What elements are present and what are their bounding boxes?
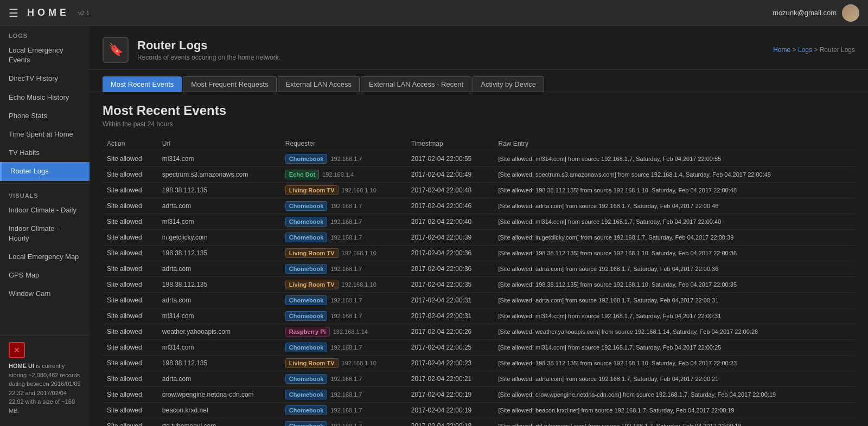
cell-requester: Chomebook192.168.1.7	[281, 214, 407, 230]
cell-raw: [Site allowed: rtd.tubemogul.com] from s…	[494, 418, 855, 427]
cell-url: weather.yahooapis.com	[158, 324, 281, 340]
table-row: Site allowedadrta.comChomebook192.168.1.…	[103, 293, 855, 308]
cell-requester: Chomebook192.168.1.7	[281, 198, 407, 214]
device-badge: Chomebook	[285, 390, 328, 399]
cell-requester: Living Room TV192.168.1.10	[281, 183, 407, 198]
cell-requester: Living Room TV192.168.1.10	[281, 356, 407, 371]
requester-ip: 192.168.1.7	[330, 297, 362, 304]
cell-raw: [Site allowed: adrta.com] from source 19…	[494, 371, 855, 387]
cell-raw: [Site allowed: ml314.com] from source 19…	[494, 308, 855, 324]
hamburger-menu[interactable]: ☰	[9, 7, 18, 20]
cell-requester: Chomebook192.168.1.7	[281, 230, 407, 246]
cell-url: adrta.com	[158, 371, 281, 387]
breadcrumb: Home > Logs > Router Logs	[773, 46, 855, 54]
table-row: Site allowedweather.yahooapis.comRaspber…	[103, 324, 855, 340]
requester-ip: 192.168.1.7	[330, 203, 362, 209]
sidebar-section-visuals: Visuals	[0, 186, 90, 201]
device-badge: Raspberry Pi	[285, 327, 330, 337]
cell-url: 198.38.112.135	[158, 356, 281, 371]
cell-action: Site allowed	[103, 214, 158, 230]
col-action: Action	[103, 137, 158, 151]
cell-timestamp: 2017-02-04 22:00:35	[407, 277, 494, 293]
sidebar-item-phone-stats[interactable]: Phone Stats	[0, 107, 90, 125]
requester-ip: 192.168.1.10	[342, 360, 376, 366]
table-row: Site allowed198.38.112.135Living Room TV…	[103, 246, 855, 261]
table-row: Site allowed198.38.112.135Living Room TV…	[103, 277, 855, 293]
table-row: Site allowedml314.comChomebook192.168.1.…	[103, 151, 855, 167]
requester-ip: 192.168.1.7	[330, 391, 362, 398]
sidebar-item-router-logs[interactable]: Router Logs	[0, 162, 90, 180]
breadcrumb-logs[interactable]: Logs	[798, 46, 812, 54]
sidebar-item-local-emergency[interactable]: Local Emergency Events	[0, 41, 90, 69]
col-url: Url	[158, 137, 281, 151]
cell-raw: [Site allowed: adrta.com] from source 19…	[494, 293, 855, 308]
table-body: Site allowedml314.comChomebook192.168.1.…	[103, 151, 855, 427]
sidebar-item-indoor-climate-hourly[interactable]: Indoor Climate - Hourly	[0, 220, 90, 248]
cell-url: adrta.com	[158, 293, 281, 308]
sidebar-item-gps-map[interactable]: GPS Map	[0, 266, 90, 285]
avatar[interactable]	[842, 4, 859, 22]
main-content: 🔖 Router Logs Records of events occuring…	[90, 26, 868, 426]
requester-ip: 192.168.1.7	[330, 376, 362, 382]
cell-action: Site allowed	[103, 261, 158, 277]
sidebar-item-directv[interactable]: DirecTV History	[0, 69, 90, 88]
cell-url: 198.38.112.135	[158, 246, 281, 261]
main-layout: Logs Local Emergency Events DirecTV Hist…	[0, 26, 868, 426]
device-badge: Chomebook	[285, 233, 328, 242]
requester-ip: 192.168.1.7	[330, 407, 362, 414]
cell-url: in.getclicky.com	[158, 230, 281, 246]
cell-url: adrta.com	[158, 198, 281, 214]
device-badge: Chomebook	[285, 421, 328, 426]
cell-requester: Living Room TV192.168.1.10	[281, 246, 407, 261]
sidebar-item-indoor-climate-daily[interactable]: Indoor Climate - Daily	[0, 201, 90, 220]
requester-ip: 192.168.1.7	[330, 344, 362, 351]
table-row: Site allowedadrta.comChomebook192.168.1.…	[103, 198, 855, 214]
cell-raw: [Site allowed: 198.38.112.135] from sour…	[494, 246, 855, 261]
tab-most-recent[interactable]: Most Recent Events	[103, 76, 182, 92]
cell-raw: [Site allowed: in.getclicky.com] from so…	[494, 230, 855, 246]
table-row: Site allowedadrta.comChomebook192.168.1.…	[103, 371, 855, 387]
cell-requester: Chomebook192.168.1.7	[281, 387, 407, 403]
cell-action: Site allowed	[103, 151, 158, 167]
cell-url: adrta.com	[158, 261, 281, 277]
cell-timestamp: 2017-02-04 22:00:39	[407, 230, 494, 246]
sidebar-item-window-cam[interactable]: Window Cam	[0, 285, 90, 303]
device-badge: Living Room TV	[285, 358, 339, 368]
tab-external-lan-recent[interactable]: External LAN Access - Recent	[361, 76, 471, 92]
cell-action: Site allowed	[103, 371, 158, 387]
sidebar-item-local-emergency-map[interactable]: Local Emergency Map	[0, 248, 90, 266]
requester-ip: 192.168.1.7	[330, 156, 362, 162]
cell-raw: [Site allowed: adrta.com] from source 19…	[494, 261, 855, 277]
cell-action: Site allowed	[103, 246, 158, 261]
cell-action: Site allowed	[103, 418, 158, 427]
tab-activity-by-device[interactable]: Activity by Device	[473, 76, 544, 92]
sidebar-footer-text: HOME UI is currently storing ~2,080,462 …	[9, 362, 81, 415]
cell-url: spectrum.s3.amazonaws.com	[158, 167, 281, 183]
cell-timestamp: 2017-02-04 22:00:36	[407, 261, 494, 277]
device-badge: Chomebook	[285, 311, 328, 321]
sidebar-item-echo-music[interactable]: Echo Music History	[0, 88, 90, 107]
tab-external-lan[interactable]: External LAN Access	[278, 76, 360, 92]
sidebar-item-tv-habits[interactable]: TV Habits	[0, 144, 90, 162]
table-row: Site allowedin.getclicky.comChomebook192…	[103, 230, 855, 246]
table-row: Site allowedml314.comChomebook192.168.1.…	[103, 214, 855, 230]
col-timestamp: Timestmap	[407, 137, 494, 151]
requester-ip: 192.168.1.7	[330, 234, 362, 241]
cell-raw: [Site allowed: beacon.krxd.net] from sou…	[494, 403, 855, 418]
cell-requester: Living Room TV192.168.1.10	[281, 277, 407, 293]
cell-raw: [Site allowed: 198.38.112.135] from sour…	[494, 183, 855, 198]
device-badge: Chomebook	[285, 405, 328, 415]
page-subtitle: Records of events occuring on the home n…	[137, 54, 280, 61]
sidebar-item-time-spent[interactable]: Time Spent at Home	[0, 125, 90, 144]
breadcrumb-home[interactable]: Home	[773, 46, 790, 54]
cell-requester: Chomebook192.168.1.7	[281, 403, 407, 418]
requester-ip: 192.168.1.14	[333, 328, 368, 335]
cell-action: Site allowed	[103, 183, 158, 198]
table-row: Site allowed198.38.112.135Living Room TV…	[103, 183, 855, 198]
cell-timestamp: 2017-02-04 22:00:49	[407, 167, 494, 183]
requester-ip: 192.168.1.10	[342, 281, 376, 288]
requester-ip: 192.168.1.10	[342, 187, 376, 193]
col-raw: Raw Entry	[494, 137, 855, 151]
table-row: Site allowedspectrum.s3.amazonaws.comEch…	[103, 167, 855, 183]
tab-most-frequent[interactable]: Most Frequent Requests	[183, 76, 276, 92]
